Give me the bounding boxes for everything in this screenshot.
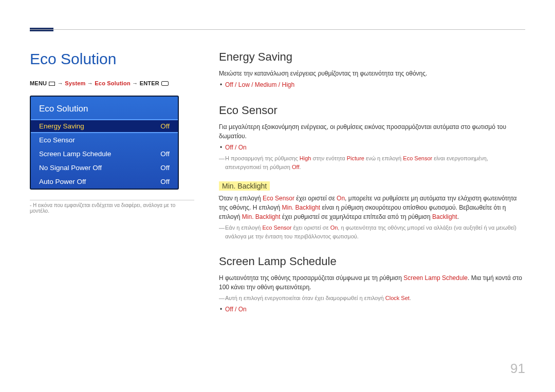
screen-lamp-note: Αυτή η επιλογή ενεργοποιείται όταν έχει … [225,294,525,303]
menu-path: MENU → System → Eco Solution → ENTER [30,80,194,86]
panel-row-energy-saving[interactable]: Energy Saving Off [31,119,178,133]
sep: → [58,80,65,86]
image-disclaimer: Η εικόνα που εμφανίζεται ενδέχεται να δι… [30,200,194,214]
screen-lamp-options: Off / On [225,305,525,314]
menu-label: MENU [30,80,47,86]
row-label: Screen Lamp Schedule [39,150,111,158]
sep: → [132,80,139,86]
enter-label: ENTER [140,80,159,86]
eco-sensor-body: Για μεγαλύτερη εξοικονόμηση ενέργειας, ο… [219,122,525,141]
panel-row-auto-power-off[interactable]: Auto Power Off Off [31,175,178,189]
row-value: Off [160,122,170,130]
heading-energy-saving: Energy Saving [219,50,525,64]
min-backlight-body: Όταν η επιλογή Eco Sensor έχει οριστεί σ… [219,194,525,221]
screen-lamp-body: Η φωτεινότητα της οθόνης προσαρμόζεται σ… [219,273,525,292]
panel-row-no-signal[interactable]: No Signal Power Off Off [31,161,178,175]
eco-sensor-note: Η προσαρμογή της ρύθμισης High στην ενότ… [225,154,525,171]
page-number: 91 [510,361,525,377]
panel-title: Eco Solution [31,97,178,119]
row-value: Off [160,178,170,185]
row-value: Off [160,164,170,172]
panel-row-eco-sensor[interactable]: Eco Sensor [31,133,178,147]
eco-sensor-options: Off / On [225,143,525,152]
section-title: Eco Solution [30,50,194,68]
min-backlight-note: Εάν η επιλογή Eco Sensor έχει οριστεί σε… [225,223,525,240]
menu-icon [49,82,55,86]
row-label: Eco Sensor [39,136,75,144]
row-label: Energy Saving [39,122,84,130]
page-rule [30,29,525,30]
heading-screen-lamp: Screen Lamp Schedule [219,255,525,268]
row-label: Auto Power Off [39,178,86,185]
options-text: Off / On [225,144,247,151]
subheading-min-backlight: Min. Backlight [219,181,270,191]
enter-icon [161,81,169,86]
path-eco: Eco Solution [95,80,131,86]
options-text: Off / On [225,306,247,313]
energy-saving-body: Μειώστε την κατανάλωση ενέργειας ρυθμίζο… [219,69,525,78]
row-value: Off [160,150,170,158]
path-system: System [65,80,85,86]
sep: → [87,80,95,86]
options-text: Off / Low / Medium / High [225,81,294,88]
row-label: No Signal Power Off [39,164,102,172]
panel-row-screen-lamp[interactable]: Screen Lamp Schedule Off [31,147,178,161]
heading-eco-sensor: Eco Sensor [219,104,525,117]
settings-panel: Eco Solution Energy Saving Off Eco Senso… [30,96,179,190]
energy-saving-options: Off / Low / Medium / High [225,80,525,89]
